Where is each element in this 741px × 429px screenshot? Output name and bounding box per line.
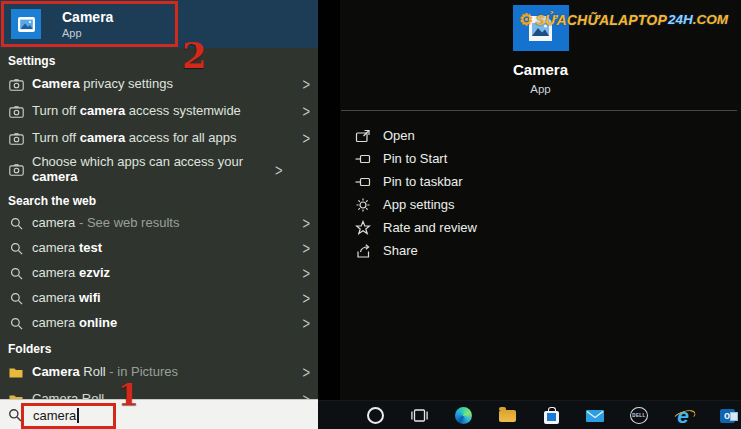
- annotation-box-step1: [21, 403, 116, 429]
- web-suggestion-camera-test[interactable]: camera test >: [0, 236, 318, 261]
- chevron-right-icon: >: [302, 289, 310, 308]
- section-header-settings: Settings: [0, 48, 318, 71]
- menu-item-label: Pin to taskbar: [383, 174, 463, 189]
- task-view-icon[interactable]: [410, 406, 428, 426]
- top-result-text: Camera App: [62, 9, 113, 39]
- menu-item-app-settings[interactable]: App settings: [340, 193, 741, 216]
- desktop-screen: Camera App Settings Camera privacy setti…: [0, 0, 741, 429]
- watermark: ⚙ SỬACHỮALAPTOP 24H .COM: [519, 10, 728, 29]
- context-menu: Open Pin to Start Pin to taskbar App set…: [340, 124, 741, 262]
- taskbar-icons: DELL e o: [366, 401, 736, 429]
- result-label: Camera Roll - in Pictures: [32, 365, 294, 380]
- top-result-camera-app[interactable]: Camera App: [0, 0, 318, 48]
- menu-item-pin-to-taskbar[interactable]: Pin to taskbar: [340, 170, 741, 193]
- divider: [341, 110, 737, 111]
- result-label: camera ezviz: [32, 266, 294, 281]
- app-context-panel: Camera App Open Pin to Start Pin: [340, 0, 741, 400]
- camera-app-icon: [11, 9, 41, 39]
- result-label: camera online: [32, 316, 294, 331]
- chevron-right-icon: >: [302, 363, 310, 382]
- watermark-brand: SỬACHỮALAPTOP: [535, 12, 667, 28]
- result-label: camera wifi: [32, 291, 294, 306]
- camera-icon: [8, 164, 24, 176]
- folder-icon: [8, 367, 24, 378]
- web-suggestion-camera-ezviz[interactable]: camera ezviz >: [0, 261, 318, 286]
- result-turn-off-camera-systemwide[interactable]: Turn off camera access systemwide >: [0, 98, 318, 125]
- result-label: Camera privacy settings: [32, 77, 294, 92]
- web-result-see-web-results[interactable]: camera - See web results >: [0, 211, 318, 236]
- file-explorer-icon[interactable]: [498, 406, 516, 426]
- menu-item-pin-to-start[interactable]: Pin to Start: [340, 147, 741, 170]
- menu-item-rate-and-review[interactable]: Rate and review: [340, 216, 741, 239]
- camera-icon: [8, 133, 24, 145]
- menu-item-label: Pin to Start: [383, 151, 447, 166]
- annotation-number-2: 2: [182, 38, 206, 73]
- result-turn-off-camera-all-apps[interactable]: Turn off camera access for all apps >: [0, 125, 318, 152]
- folder-result-camera-roll[interactable]: Camera Roll - in Pictures >: [0, 359, 318, 386]
- internet-explorer-icon[interactable]: e: [674, 406, 692, 426]
- watermark-tld: .COM: [693, 12, 728, 27]
- search-icon: [8, 317, 24, 330]
- star-icon: [354, 220, 371, 236]
- search-icon: [8, 217, 24, 230]
- gear-icon: [354, 197, 371, 213]
- cortana-icon[interactable]: [366, 406, 384, 426]
- outlook-icon[interactable]: o: [718, 406, 736, 426]
- menu-item-label: Open: [383, 128, 415, 143]
- camera-icon: [8, 106, 24, 118]
- result-camera-privacy-settings[interactable]: Camera privacy settings >: [0, 71, 318, 98]
- menu-item-share[interactable]: Share: [340, 239, 741, 262]
- app-title: Camera: [340, 61, 741, 78]
- result-label: Turn off camera access for all apps: [32, 131, 294, 146]
- search-icon: [8, 242, 24, 255]
- section-header-folders: Folders: [0, 336, 318, 359]
- mail-icon[interactable]: [586, 406, 604, 426]
- search-icon: [8, 292, 24, 305]
- dell-icon[interactable]: DELL: [630, 406, 648, 426]
- result-label: Turn off camera access systemwide: [32, 104, 294, 119]
- menu-item-label: App settings: [383, 197, 455, 212]
- store-icon[interactable]: [542, 406, 560, 426]
- section-header-search-the-web: Search the web: [0, 188, 318, 211]
- camera-icon: [8, 79, 24, 91]
- edge-icon[interactable]: [454, 406, 472, 426]
- open-icon: [354, 128, 371, 144]
- results-list: Settings Camera privacy settings > Turn …: [0, 48, 318, 400]
- result-label: camera test: [32, 241, 294, 256]
- menu-item-open[interactable]: Open: [340, 124, 741, 147]
- top-result-subtitle: App: [62, 27, 113, 39]
- gear-icon: ⚙: [519, 10, 533, 29]
- menu-item-label: Rate and review: [383, 220, 477, 235]
- web-suggestion-camera-wifi[interactable]: camera wifi >: [0, 286, 318, 311]
- folder-result-partial[interactable]: Camera Roll >: [0, 386, 318, 400]
- result-choose-apps-camera[interactable]: Choose which apps can access your camera…: [0, 152, 318, 188]
- result-label: Choose which apps can access your camera: [32, 155, 267, 185]
- pin-icon: [354, 151, 371, 167]
- chevron-right-icon: >: [302, 264, 310, 283]
- chevron-right-icon: >: [302, 314, 310, 333]
- chevron-right-icon: >: [302, 102, 310, 121]
- search-results-panel: Camera App Settings Camera privacy setti…: [0, 0, 318, 400]
- annotation-number-1: 1: [118, 380, 139, 410]
- watermark-24h: 24H: [668, 12, 693, 27]
- chevron-right-icon: >: [302, 129, 310, 148]
- result-label: camera - See web results: [32, 216, 294, 231]
- search-icon: [8, 267, 24, 280]
- chevron-right-icon: >: [302, 75, 310, 94]
- top-result-title: Camera: [62, 9, 113, 25]
- share-icon: [354, 243, 371, 259]
- pin-icon: [354, 174, 371, 190]
- chevron-right-icon: >: [302, 214, 310, 233]
- menu-item-label: Share: [383, 243, 418, 258]
- chevron-right-icon: >: [275, 161, 283, 180]
- chevron-right-icon: >: [302, 239, 310, 258]
- web-suggestion-camera-online[interactable]: camera online >: [0, 311, 318, 336]
- search-input[interactable]: camera: [0, 399, 318, 429]
- search-icon: [8, 408, 22, 422]
- app-subtitle: App: [340, 83, 741, 95]
